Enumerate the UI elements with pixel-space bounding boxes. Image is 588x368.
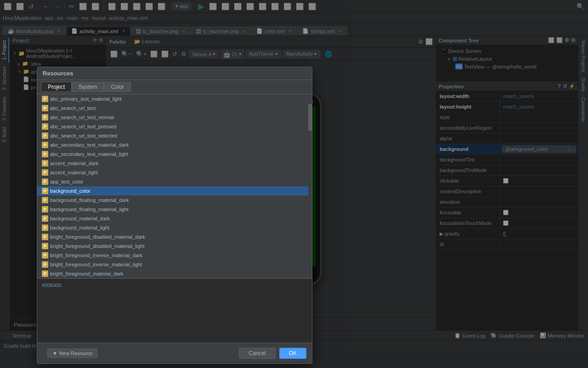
resource-p-icon: P: [42, 243, 48, 249]
modal-tab-system[interactable]: System: [72, 82, 104, 92]
resource-item-label: bright_foreground_inverse_material_light: [50, 262, 142, 267]
resource-item[interactable]: P abc_search_url_text_pressed: [37, 122, 312, 131]
resource-item-label: accent_material_dark: [50, 161, 98, 166]
resource-p-icon: P: [42, 197, 48, 203]
resource-p-icon: P: [42, 178, 48, 185]
resource-item[interactable]: P bright_foreground_disabled_material_da…: [37, 232, 312, 242]
resource-p-icon: P: [42, 188, 48, 194]
resource-item-label: background_floating_material_dark: [50, 197, 129, 203]
resource-item[interactable]: P bright_foreground_inverse_material_dar…: [37, 251, 312, 260]
resource-item-label: bright_foreground_inverse_material_dark: [50, 253, 142, 258]
modal-color-preview-area: [37, 315, 312, 343]
resource-item[interactable]: P abc_search_url_text: [37, 104, 312, 113]
modal-body: P abc_primary_text_material_light P abc_…: [37, 94, 312, 278]
ok-button[interactable]: OK: [279, 348, 306, 359]
resource-item-label: abc_search_url_text_pressed: [50, 124, 116, 129]
resource-p-icon: P: [42, 105, 48, 111]
resource-p-icon: P: [42, 224, 48, 231]
resource-item-selected[interactable]: P background_color: [37, 186, 312, 196]
resource-item[interactable]: P bright_foreground_material_dark: [37, 269, 312, 278]
resource-item[interactable]: P abc_secondary_text_material_dark: [37, 140, 312, 150]
resource-p-icon: P: [42, 270, 48, 277]
new-resource-label: New Resource: [59, 351, 92, 356]
resource-item-label: accent_material_light: [50, 170, 98, 175]
resource-item-label: app_text_color: [50, 179, 83, 184]
cancel-button[interactable]: Cancel: [239, 348, 275, 359]
resource-item-label: bright_foreground_disabled_material_dark: [50, 234, 145, 240]
resource-p-icon: P: [42, 206, 48, 213]
resource-p-icon: P: [42, 132, 48, 139]
resource-item-label: bright_foreground_disabled_material_ligh…: [50, 243, 144, 249]
resource-item-label: abc_secondary_text_material_dark: [50, 142, 129, 148]
resource-item[interactable]: P abc_primary_text_material_light: [37, 94, 312, 104]
resource-p-icon: P: [42, 96, 48, 102]
modal-footer: ▼ New Resource Cancel OK: [37, 343, 312, 363]
resource-p-icon: P: [42, 151, 48, 157]
resource-p-icon: P: [42, 261, 48, 268]
resource-item[interactable]: P app_text_color: [37, 177, 312, 186]
resource-item-label: abc_primary_text_material_light: [50, 96, 122, 102]
resource-item[interactable]: P accent_material_dark: [37, 159, 312, 168]
resource-p-icon: P: [42, 169, 48, 176]
resource-item[interactable]: P background_material_light: [37, 223, 312, 232]
new-resource-arrow-icon: ▼: [52, 351, 57, 356]
scrollbar-thumb[interactable]: [308, 104, 312, 131]
resource-item-label: bright_foreground_material_dark: [50, 271, 124, 276]
resource-p-icon: P: [42, 123, 48, 130]
new-resource-button[interactable]: ▼ New Resource: [47, 349, 97, 358]
resource-list: P abc_primary_text_material_light P abc_…: [37, 94, 312, 278]
modal-tab-color[interactable]: Color: [104, 82, 131, 92]
resource-item-label: background_material_light: [50, 225, 109, 230]
modal-header: Resources: [37, 67, 312, 80]
resource-item[interactable]: P background_material_dark: [37, 214, 312, 223]
resource-item-label: abc_search_url_text: [50, 105, 96, 111]
resource-p-icon: P: [42, 142, 48, 148]
resource-p-icon: P: [42, 160, 48, 167]
scrollbar-area: [308, 94, 312, 278]
resource-item[interactable]: P abc_secondary_text_material_light: [37, 150, 312, 159]
resource-p-icon: P: [42, 215, 48, 222]
resource-item-label: background_color: [50, 188, 90, 194]
resource-item[interactable]: P abc_search_url_text_normal: [37, 113, 312, 122]
modal-overlay: Resources Project System Color P abc_pri…: [0, 0, 588, 368]
resource-item[interactable]: P bright_foreground_inverse_material_lig…: [37, 260, 312, 269]
modal-preview: #006400: [37, 278, 312, 315]
resource-item-label: abc_search_url_text_selected: [50, 133, 117, 138]
resource-p-icon: P: [42, 114, 48, 121]
resource-item[interactable]: P bright_foreground_disabled_material_li…: [37, 242, 312, 251]
resource-item-label: abc_search_url_text_normal: [50, 115, 114, 120]
resource-item[interactable]: P accent_material_light: [37, 168, 312, 177]
resource-item-label: background_material_dark: [50, 216, 110, 221]
resource-p-icon: P: [42, 252, 48, 259]
resource-item[interactable]: P background_floating_material_dark: [37, 196, 312, 205]
resource-item[interactable]: P background_floating_material_light: [37, 205, 312, 214]
modal-tab-bar: Project System Color: [37, 80, 312, 94]
resources-modal: Resources Project System Color P abc_pri…: [37, 67, 312, 364]
resource-item[interactable]: P abc_search_url_text_selected: [37, 131, 312, 140]
preview-color-value: #006400: [42, 282, 62, 288]
resource-p-icon: P: [42, 234, 48, 240]
resource-item-label: abc_secondary_text_material_light: [50, 151, 128, 157]
resource-item-label: background_floating_material_light: [50, 207, 129, 212]
modal-tab-project[interactable]: Project: [41, 82, 72, 92]
